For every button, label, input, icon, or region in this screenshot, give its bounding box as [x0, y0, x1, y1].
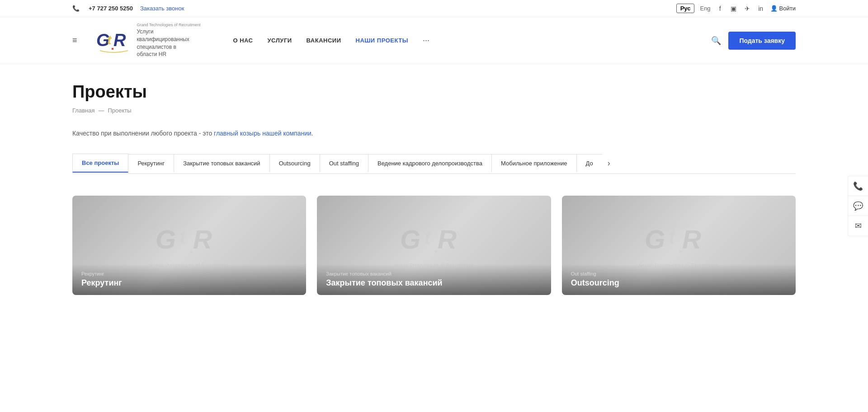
card-category-3: Out staffing: [571, 271, 787, 276]
login-button[interactable]: 👤 Войти: [770, 5, 796, 12]
svg-text:G: G: [645, 224, 665, 253]
filter-all[interactable]: Все проекты: [72, 154, 128, 173]
card-overlay-3: Out staffing Outsourcing: [562, 264, 796, 295]
telegram-icon[interactable]: ✈: [743, 5, 751, 13]
nav-more-icon[interactable]: ···: [423, 36, 429, 45]
card-category-1: Рекрутинг: [81, 271, 297, 276]
nav-services[interactable]: УСЛУГИ: [268, 37, 292, 44]
project-card-top-vacancies[interactable]: G t R Grand Technologies of Recruitment …: [317, 196, 551, 295]
breadcrumb-current: Проекты: [108, 107, 131, 114]
card-title-3: Outsourcing: [571, 278, 787, 288]
cards-grid: G t R Grand Technologies of Recruitment …: [72, 196, 796, 295]
user-icon: 👤: [770, 5, 778, 12]
lang-en-btn[interactable]: Eng: [700, 5, 710, 12]
sidebar-chat-icon[interactable]: 💬: [848, 196, 868, 216]
linkedin-icon[interactable]: in: [757, 5, 765, 13]
svg-text:R: R: [113, 31, 126, 50]
svg-text:G: G: [156, 224, 176, 253]
project-card-outsourcing[interactable]: G t R Grand Technologies of Recruitment …: [562, 196, 796, 295]
svg-rect-7: [190, 250, 193, 253]
card-watermark-1: G t R Grand Technologies of Recruitment: [150, 219, 229, 267]
header: ≡ G t R Grand Technologies of Recruitmen…: [0, 17, 868, 64]
page-title: Проекты: [72, 82, 796, 102]
svg-text:R: R: [438, 224, 457, 253]
card-overlay-1: Рекрутинг Рекрутинг: [72, 264, 306, 295]
breadcrumb-separator: —: [98, 107, 104, 114]
submit-button[interactable]: Подать заявку: [728, 32, 796, 50]
card-watermark-2: G t R Grand Technologies of Recruitment: [395, 219, 473, 267]
project-card-recruiting[interactable]: G t R Grand Technologies of Recruitment …: [72, 196, 306, 295]
nav-projects[interactable]: НАШИ ПРОЕКТЫ: [356, 37, 408, 44]
right-sidebar: 📞 💬 ✉: [848, 176, 868, 236]
top-bar-right: Рус Eng f ▣ ✈ in 👤 Войти: [676, 4, 796, 13]
filter-top-vacancies[interactable]: Закрытие топовых вакансий: [174, 154, 269, 172]
filter-outstaffing[interactable]: Out staffing: [320, 154, 368, 172]
filter-tabs: Все проекты Рекрутинг Закрытие топовых в…: [72, 153, 796, 174]
top-bar: 📞 +7 727 250 5250 Заказать звонок Рус En…: [0, 0, 868, 17]
nav-right: 🔍 Подать заявку: [711, 32, 796, 50]
card-title-2: Закрытие топовых вакансий: [326, 278, 542, 288]
svg-text:R: R: [193, 224, 212, 253]
logo-sub: Grand Technologies of Recruitment: [137, 23, 201, 27]
breadcrumb-home[interactable]: Главная: [72, 107, 94, 114]
search-icon[interactable]: 🔍: [711, 36, 721, 46]
card-title-1: Рекрутинг: [81, 278, 297, 288]
nav-vacancies[interactable]: ВАКАНСИИ: [307, 37, 341, 44]
svg-rect-3: [112, 48, 113, 50]
phone-icon: 📞: [72, 5, 80, 12]
logo-tagline: Услуги квалифицированных специалистов в …: [137, 28, 191, 58]
card-overlay-2: Закрытие топовых вакансий Закрытие топов…: [317, 264, 551, 295]
lang-ru-btn[interactable]: Рус: [676, 4, 695, 13]
filter-outsourcing[interactable]: Outsourcing: [269, 154, 320, 172]
svg-rect-15: [679, 250, 682, 253]
filter-next-arrow[interactable]: ›: [602, 153, 616, 173]
callback-link[interactable]: Заказать звонок: [140, 5, 184, 12]
logo-area: G t R Grand Technologies of Recruitment …: [95, 23, 201, 58]
filter-recruiting[interactable]: Рекрутинг: [128, 154, 174, 172]
svg-text:R: R: [682, 224, 701, 253]
login-label: Войти: [779, 5, 796, 12]
instagram-icon[interactable]: ▣: [730, 5, 738, 13]
svg-text:t: t: [179, 225, 187, 248]
svg-text:t: t: [669, 225, 676, 248]
sidebar-phone-icon[interactable]: 📞: [848, 176, 868, 196]
phone-number: +7 727 250 5250: [89, 5, 133, 12]
svg-text:t: t: [107, 33, 112, 47]
logo-svg: G t R: [95, 27, 132, 54]
page-description: Качество при выполнении любого проекта -…: [72, 128, 796, 138]
filter-more-label[interactable]: До: [576, 154, 603, 172]
filter-hr-admin[interactable]: Ведение кадрового делопроизводства: [368, 154, 492, 172]
card-watermark-3: G t R Grand Technologies of Recruitment: [639, 219, 718, 267]
top-bar-left: 📞 +7 727 250 5250 Заказать звонок: [72, 5, 184, 12]
svg-rect-11: [435, 250, 437, 253]
facebook-icon[interactable]: f: [716, 5, 724, 13]
main-content: Проекты Главная — Проекты Качество при в…: [0, 64, 868, 313]
sidebar-email-icon[interactable]: ✉: [848, 216, 868, 236]
card-category-2: Закрытие топовых вакансий: [326, 271, 542, 276]
filter-mobile-app[interactable]: Мобильное приложение: [491, 154, 576, 172]
main-nav: О НАС УСЛУГИ ВАКАНСИИ НАШИ ПРОЕКТЫ ···: [233, 36, 697, 45]
hamburger-icon[interactable]: ≡: [72, 36, 77, 45]
svg-text:G: G: [400, 224, 420, 253]
breadcrumb: Главная — Проекты: [72, 107, 796, 114]
svg-text:t: t: [424, 225, 432, 248]
nav-about[interactable]: О НАС: [233, 37, 253, 44]
